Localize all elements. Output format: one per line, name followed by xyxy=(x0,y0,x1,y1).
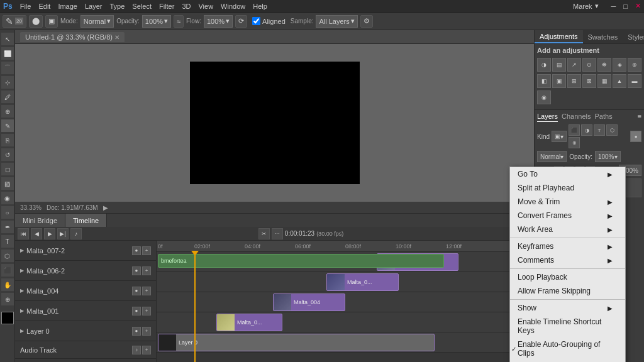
threshold-adj[interactable]: ▲ xyxy=(613,74,626,88)
layers-menu-icon[interactable]: ≡ xyxy=(638,112,641,120)
chevron-down-icon[interactable]: ▾ xyxy=(595,2,599,10)
track-eye-btn[interactable]: ● xyxy=(132,266,141,275)
mode-dropdown[interactable]: Normal ▾ xyxy=(80,15,114,28)
doc-tab[interactable]: Untitled-1 @ 33.3% (RGB/8) ✕ xyxy=(20,32,125,42)
layer-filter-smart[interactable]: ⊕ xyxy=(569,137,580,148)
next-frame-btn[interactable]: ▶| xyxy=(57,228,69,239)
maximize-button[interactable]: □ xyxy=(623,3,628,10)
tab-paths[interactable]: Paths xyxy=(595,112,613,122)
photo-adj[interactable]: ▣ xyxy=(552,74,566,88)
tab-layers[interactable]: Layers xyxy=(537,112,558,122)
brush-tool[interactable]: ✎ xyxy=(1,119,14,132)
close-button[interactable]: ✕ xyxy=(635,2,641,10)
layer-filter-pixel[interactable]: ⬛ xyxy=(569,124,580,136)
brush-options[interactable]: ▣ xyxy=(45,15,58,28)
sound-btn[interactable]: ♪ xyxy=(70,228,82,239)
menu-work-area[interactable]: Work Area ▶ xyxy=(510,222,625,236)
eyedropper-tool[interactable]: 🖉 xyxy=(1,90,14,103)
layer-filter-toggle[interactable]: ● xyxy=(630,131,641,142)
hsl-adj[interactable]: ◈ xyxy=(613,58,626,72)
track-expand-arrow[interactable]: ▶ xyxy=(20,308,24,314)
goto-start-btn[interactable]: ⏮ xyxy=(18,228,29,239)
audio-clip[interactable]: bmefortea xyxy=(158,254,444,268)
dodge-tool[interactable]: ○ xyxy=(1,206,14,219)
tab-timeline[interactable]: Timeline xyxy=(65,214,107,227)
selective-adj[interactable]: ◉ xyxy=(537,90,551,104)
zoom-tool[interactable]: ⊕ xyxy=(1,293,14,305)
menu-type[interactable]: Type xyxy=(110,3,125,10)
menu-window[interactable]: Window xyxy=(221,3,245,10)
curves-adj[interactable]: ↗ xyxy=(567,58,581,72)
blur-tool[interactable]: ◉ xyxy=(1,192,14,204)
kind-dropdown[interactable]: ▣ ▾ xyxy=(552,131,567,142)
gradient-map-adj[interactable]: ▬ xyxy=(628,74,641,88)
foreground-color[interactable] xyxy=(1,312,14,324)
invert-adj[interactable]: ⊠ xyxy=(582,74,596,88)
tab-styles[interactable]: Styles xyxy=(623,30,644,43)
menu-comments[interactable]: Comments ▶ xyxy=(510,253,625,267)
opacity-dropdown[interactable]: 100% ▾ xyxy=(595,151,621,162)
crop-tool[interactable]: ⊹ xyxy=(1,76,14,89)
menu-loop-playback[interactable]: Loop Playback xyxy=(510,270,625,284)
track-add-btn[interactable]: + xyxy=(142,287,151,295)
brush-size[interactable]: ⬤ xyxy=(29,15,43,28)
airbrush-btn[interactable]: ≈ xyxy=(174,15,184,28)
rect-select-tool[interactable]: ⬜ xyxy=(1,47,14,60)
menu-convert-frames[interactable]: Convert Frames ▶ xyxy=(510,209,625,222)
colorbal-adj[interactable]: ⊕ xyxy=(628,58,641,72)
poster-adj[interactable]: ▦ xyxy=(597,74,611,88)
layer-filter-shape[interactable]: ⬡ xyxy=(606,124,618,136)
menu-3d[interactable]: 3D xyxy=(182,3,191,10)
track-add-btn[interactable]: + xyxy=(142,327,151,336)
menu-file[interactable]: File xyxy=(20,3,31,10)
menu-move-trim[interactable]: Move & Trim ▶ xyxy=(510,195,625,209)
track-add-btn[interactable]: + xyxy=(142,307,151,315)
channel-adj[interactable]: ⊞ xyxy=(567,74,581,88)
exposure-adj[interactable]: ⊙ xyxy=(582,58,596,72)
pen-tool[interactable]: ✒ xyxy=(1,221,14,233)
tab-adjustments[interactable]: Adjustments xyxy=(535,30,583,43)
prev-frame-btn[interactable]: ◀ xyxy=(31,228,42,239)
menu-keyframes[interactable]: Keyframes ▶ xyxy=(510,239,625,253)
menu-enable-auto-grouping[interactable]: ✓ Enable Auto-Grouping of Clips xyxy=(510,337,625,360)
clip-layer0[interactable]: Layer 0 xyxy=(158,334,435,351)
track-eye-btn[interactable]: ● xyxy=(132,327,141,336)
clip-malta001[interactable]: Malta_0... xyxy=(216,314,282,331)
track-add-btn[interactable]: + xyxy=(142,266,151,275)
track-eye-btn[interactable]: ● xyxy=(132,287,141,295)
clip-btn[interactable]: ✂ xyxy=(258,228,270,239)
clone-tool[interactable]: ⎘ xyxy=(1,134,14,146)
audio-add-btn[interactable]: + xyxy=(142,346,151,354)
menu-edit[interactable]: Edit xyxy=(38,3,50,10)
clip-malta006-2[interactable]: Malta_0... xyxy=(326,273,399,291)
path-tool[interactable]: ⬡ xyxy=(1,250,14,262)
clip-malta004[interactable]: Malta_004 xyxy=(273,293,345,311)
play-btn[interactable]: ▶ xyxy=(44,228,55,239)
track-expand-arrow[interactable]: ▶ xyxy=(20,248,24,253)
track-expand-arrow[interactable]: ▶ xyxy=(20,268,24,273)
shape-tool[interactable]: ⬛ xyxy=(1,264,14,277)
brightness-adj[interactable]: ◑ xyxy=(537,58,551,72)
track-add-btn[interactable]: + xyxy=(142,246,151,255)
flow-input[interactable]: 100% ▾ xyxy=(204,15,233,28)
menu-image[interactable]: Image xyxy=(58,3,77,10)
levels-adj[interactable]: ▤ xyxy=(552,58,566,72)
sample-dropdown[interactable]: All Layers ▾ xyxy=(316,15,357,28)
tool-preset[interactable]: ✎ 20 xyxy=(3,15,26,28)
track-expand-arrow[interactable]: ▶ xyxy=(20,288,24,293)
menu-goto[interactable]: Go To ▶ xyxy=(510,167,625,181)
audio-mute-btn[interactable]: ♪ xyxy=(132,346,141,354)
blending-mode-dropdown[interactable]: Normal ▾ xyxy=(537,151,567,162)
tab-channels[interactable]: Channels xyxy=(562,112,591,122)
menu-help[interactable]: Help xyxy=(253,3,267,10)
lasso-tool[interactable]: ⌒ xyxy=(1,62,14,74)
menu-enable-shortcut-keys[interactable]: Enable Timeline Shortcut Keys xyxy=(510,315,625,337)
bw-adj[interactable]: ◧ xyxy=(537,74,551,88)
move-tool[interactable]: ↖ xyxy=(1,33,14,45)
track-expand-arrow[interactable]: ▶ xyxy=(20,328,24,334)
layer-filter-type[interactable]: T xyxy=(594,124,605,136)
menu-view[interactable]: View xyxy=(198,3,213,10)
eraser-tool[interactable]: ◻ xyxy=(1,163,14,175)
menu-split-playhead[interactable]: Split at Playhead xyxy=(510,181,625,195)
menu-allow-frame-skip[interactable]: Allow Frame Skipping xyxy=(510,284,625,298)
